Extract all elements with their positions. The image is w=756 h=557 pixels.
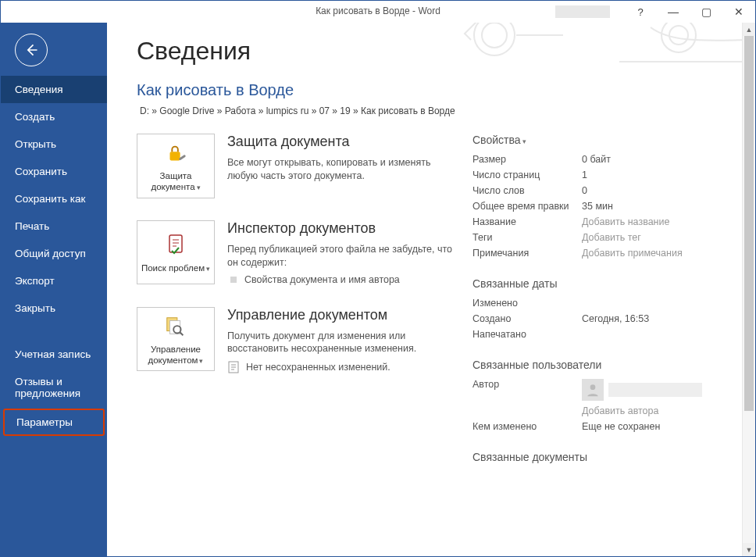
scrollbar-thumb[interactable] — [744, 36, 754, 411]
inspect-desc: Перед публикацией этого файла не забудьт… — [227, 243, 462, 270]
document-check-icon — [165, 233, 187, 258]
sidebar-item-account[interactable]: Учетная запись — [1, 341, 107, 368]
manage-desc: Получить документ для изменения или восс… — [227, 330, 462, 356]
check-issues-button[interactable]: Поиск проблем▾ — [137, 220, 215, 284]
manage-status: Нет несохраненных изменений. — [227, 360, 462, 374]
property-row: Общее время правки35 мин — [472, 201, 722, 212]
properties-header[interactable]: Свойства▾ — [472, 134, 722, 146]
sidebar-item-save[interactable]: Сохранить — [1, 158, 107, 185]
property-value[interactable]: Добавить примечания — [582, 248, 683, 259]
properties-panel: Свойства▾ Размер0 байтЧисло страниц1Числ… — [472, 134, 722, 471]
svg-point-10 — [590, 384, 596, 390]
property-row: НазваниеДобавить название — [472, 216, 722, 227]
manage-document-button[interactable]: Управление документом▾ — [137, 307, 215, 372]
add-author-link[interactable]: Добавить автора — [582, 405, 658, 416]
sidebar-item-export[interactable]: Экспорт — [1, 267, 107, 295]
property-value: 0 — [582, 185, 587, 196]
protect-title: Защита документа — [227, 134, 462, 150]
document-title: Как рисовать в Ворде — [137, 81, 732, 99]
date-row: Изменено — [472, 298, 722, 309]
documents-search-icon — [164, 314, 187, 339]
date-label: Создано — [472, 313, 582, 324]
scroll-down-button[interactable]: ▼ — [743, 543, 755, 556]
property-value[interactable]: Добавить название — [582, 216, 669, 227]
manage-button-label: Управление документом — [148, 345, 201, 365]
help-button[interactable]: ? — [624, 2, 657, 22]
sidebar-item-close[interactable]: Закрыть — [1, 295, 107, 322]
lock-icon — [164, 141, 187, 166]
sidebar-item-open[interactable]: Открыть — [1, 130, 107, 158]
avatar-icon — [582, 379, 604, 401]
property-label: Примечания — [472, 248, 582, 259]
svg-rect-5 — [169, 235, 182, 252]
minimize-button[interactable]: — — [657, 2, 690, 22]
sidebar-item-options[interactable]: Параметры — [3, 409, 105, 436]
back-button[interactable] — [15, 34, 48, 66]
property-row: Число страниц1 — [472, 170, 722, 180]
titlebar: Как рисовать в Ворде - Word ? — ▢ ✕ — [1, 1, 755, 23]
author-label: Автор — [472, 379, 582, 401]
scroll-up-button[interactable]: ▲ — [743, 23, 755, 36]
property-label: Теги — [472, 232, 582, 243]
sidebar-item-feedback[interactable]: Отзывы и предложения — [1, 368, 107, 407]
property-label: Размер — [472, 154, 582, 165]
sidebar-item-print[interactable]: Печать — [1, 212, 107, 240]
modified-by-value: Еще не сохранен — [582, 421, 660, 432]
property-value: 0 байт — [582, 154, 611, 165]
date-label: Изменено — [472, 298, 582, 309]
property-row: Размер0 байт — [472, 154, 722, 165]
property-row: Число слов0 — [472, 185, 722, 196]
svg-rect-4 — [170, 152, 180, 160]
sidebar-item-share[interactable]: Общий доступ — [1, 240, 107, 267]
property-value: 1 — [582, 170, 587, 180]
sidebar-item-new[interactable]: Создать — [1, 103, 107, 130]
vertical-scrollbar[interactable]: ▲ ▼ — [742, 23, 755, 556]
property-label: Общее время правки — [472, 201, 582, 212]
manage-title: Управление документом — [227, 307, 462, 323]
date-row: Напечатано — [472, 329, 722, 340]
content-area: Сведения Как рисовать в Ворде D: » Googl… — [107, 23, 755, 556]
sidebar-item-info[interactable]: Сведения — [1, 76, 107, 103]
backstage-sidebar: Сведения Создать Открыть Сохранить Сохра… — [1, 23, 107, 556]
date-row: СозданоСегодня, 16:53 — [472, 313, 722, 324]
protect-button-label: Защита документа — [151, 171, 194, 191]
protect-desc: Все могут открывать, копировать и изменя… — [227, 156, 462, 183]
modified-by-label: Кем изменено — [472, 421, 582, 432]
date-value: Сегодня, 16:53 — [582, 313, 649, 324]
author-value[interactable] — [582, 379, 702, 401]
close-button[interactable]: ✕ — [722, 2, 755, 22]
inspect-button-label: Поиск проблем — [141, 263, 205, 273]
related-people-heading: Связанные пользователи — [472, 359, 722, 371]
inspect-title: Инспектор документов — [227, 220, 462, 237]
date-label: Напечатано — [472, 329, 582, 340]
property-value[interactable]: Добавить тег — [582, 232, 641, 243]
sidebar-item-saveas[interactable]: Сохранить как — [1, 185, 107, 212]
related-dates-heading: Связанные даты — [472, 277, 722, 290]
breadcrumb: D: » Google Drive » Работа » lumpics ru … — [137, 105, 732, 116]
related-docs-heading: Связанные документы — [472, 451, 722, 463]
user-account-box[interactable] — [555, 5, 610, 18]
property-label: Число страниц — [472, 170, 582, 180]
property-row: ПримечанияДобавить примечания — [472, 248, 722, 259]
property-row: ТегиДобавить тег — [472, 232, 722, 243]
property-value: 35 мин — [582, 201, 613, 212]
inspect-bullet: Свойства документа и имя автора — [227, 274, 462, 285]
property-label: Число слов — [472, 185, 582, 196]
protect-document-button[interactable]: Защита документа▾ — [137, 134, 215, 198]
maximize-button[interactable]: ▢ — [690, 2, 722, 22]
page-heading: Сведения — [137, 37, 732, 66]
property-label: Название — [472, 216, 582, 227]
